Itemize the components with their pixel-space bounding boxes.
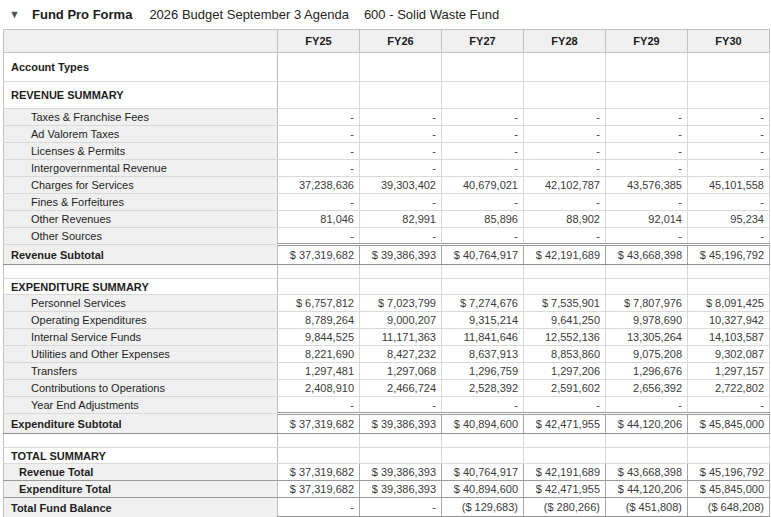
row-label: Expenditure Total (4, 481, 278, 498)
value-cell: 37,238,636 (278, 177, 360, 194)
value-cell: - (524, 228, 606, 245)
value-cell: - (278, 143, 360, 160)
row-label: Expenditure Subtotal (4, 414, 278, 434)
table-row: REVENUE SUMMARY (4, 82, 770, 109)
value-cell: - (606, 194, 688, 211)
value-cell (278, 434, 360, 448)
value-cell: 11,841,646 (442, 329, 524, 346)
value-cell: - (524, 194, 606, 211)
value-cell: - (360, 228, 442, 245)
value-cell: ($ 648,208) (688, 498, 770, 517)
value-cell (524, 53, 606, 82)
value-cell: - (606, 109, 688, 126)
value-cell: 13,305,264 (606, 329, 688, 346)
table-row (4, 265, 770, 279)
value-cell: $ 45,845,000 (688, 414, 770, 434)
value-cell (688, 82, 770, 109)
value-cell: $ 8,091,425 (688, 295, 770, 312)
value-cell (442, 53, 524, 82)
value-cell: - (278, 109, 360, 126)
value-cell: 2,591,602 (524, 380, 606, 397)
row-label: Utilities and Other Expenses (4, 346, 278, 363)
value-cell: $ 42,471,955 (524, 481, 606, 498)
table-row: Account Types (4, 53, 770, 82)
row-label: Charges for Services (4, 177, 278, 194)
value-cell: - (688, 228, 770, 245)
value-cell: - (278, 498, 360, 517)
value-cell: 40,679,021 (442, 177, 524, 194)
column-header: FY27 (442, 30, 524, 53)
table-row: Utilities and Other Expenses8,221,6908,4… (4, 346, 770, 363)
value-cell: - (688, 194, 770, 211)
table-row: Transfers1,297,4811,297,0681,296,7591,29… (4, 363, 770, 380)
value-cell: - (606, 126, 688, 143)
value-cell: $ 45,196,792 (688, 245, 770, 265)
table-row: Year End Adjustments------ (4, 397, 770, 414)
table-row: Other Revenues81,04682,99185,89688,90292… (4, 211, 770, 228)
row-label: Account Types (4, 53, 278, 82)
fund-pro-forma-table: FY25FY26FY27FY28FY29FY30 Account TypesRE… (3, 29, 770, 517)
value-cell: - (278, 194, 360, 211)
value-cell: 8,427,232 (360, 346, 442, 363)
value-cell (278, 279, 360, 295)
value-cell: $ 43,668,398 (606, 464, 688, 481)
value-cell: - (360, 194, 442, 211)
table-row: Total Fund Balance--($ 129,683)($ 280,26… (4, 498, 770, 517)
value-cell: 9,000,207 (360, 312, 442, 329)
value-cell (524, 434, 606, 448)
value-cell: 9,978,690 (606, 312, 688, 329)
value-cell: - (688, 109, 770, 126)
value-cell: 9,315,214 (442, 312, 524, 329)
table-row: Contributions to Operations2,408,9102,46… (4, 380, 770, 397)
value-cell: $ 7,535,901 (524, 295, 606, 312)
value-cell: ($ 129,683) (442, 498, 524, 517)
value-cell (688, 434, 770, 448)
value-cell (524, 448, 606, 464)
value-cell: - (524, 143, 606, 160)
value-cell (360, 53, 442, 82)
value-cell: $ 37,319,682 (278, 464, 360, 481)
value-cell: $ 45,196,792 (688, 464, 770, 481)
table-row: Other Sources------ (4, 228, 770, 245)
value-cell (360, 279, 442, 295)
value-cell (278, 82, 360, 109)
value-cell: - (688, 397, 770, 414)
value-cell: 8,789,264 (278, 312, 360, 329)
value-cell: 10,327,942 (688, 312, 770, 329)
value-cell (442, 434, 524, 448)
row-label: TOTAL SUMMARY (4, 448, 278, 464)
value-cell: - (688, 143, 770, 160)
row-label: Other Revenues (4, 211, 278, 228)
value-cell: - (278, 397, 360, 414)
row-label: Intergovernmental Revenue (4, 160, 278, 177)
value-cell: $ 7,023,799 (360, 295, 442, 312)
row-label: Ad Valorem Taxes (4, 126, 278, 143)
collapse-caret-icon[interactable]: ▼ (9, 9, 32, 20)
value-cell (606, 53, 688, 82)
value-cell: $ 39,386,393 (360, 245, 442, 265)
value-cell: 9,641,250 (524, 312, 606, 329)
value-cell: $ 7,807,976 (606, 295, 688, 312)
value-cell: 9,302,087 (688, 346, 770, 363)
value-cell: - (606, 143, 688, 160)
value-cell: $ 40,764,917 (442, 245, 524, 265)
value-cell (524, 82, 606, 109)
row-label: EXPENDITURE SUMMARY (4, 279, 278, 295)
value-cell: $ 6,757,812 (278, 295, 360, 312)
value-cell: 42,102,787 (524, 177, 606, 194)
title-bar: ▼ Fund Pro Forma 2026 Budget September 3… (0, 0, 771, 29)
value-cell: $ 40,894,600 (442, 414, 524, 434)
value-cell: - (688, 126, 770, 143)
value-cell: - (688, 160, 770, 177)
value-cell: $ 40,764,917 (442, 464, 524, 481)
value-cell (360, 448, 442, 464)
table-row: Charges for Services37,238,63639,303,402… (4, 177, 770, 194)
value-cell: - (278, 228, 360, 245)
value-cell: 9,075,208 (606, 346, 688, 363)
value-cell: - (360, 397, 442, 414)
column-header: FY26 (360, 30, 442, 53)
row-label: Total Fund Balance (4, 498, 278, 517)
value-cell: $ 42,191,689 (524, 464, 606, 481)
value-cell: $ 42,471,955 (524, 414, 606, 434)
value-cell: - (360, 160, 442, 177)
